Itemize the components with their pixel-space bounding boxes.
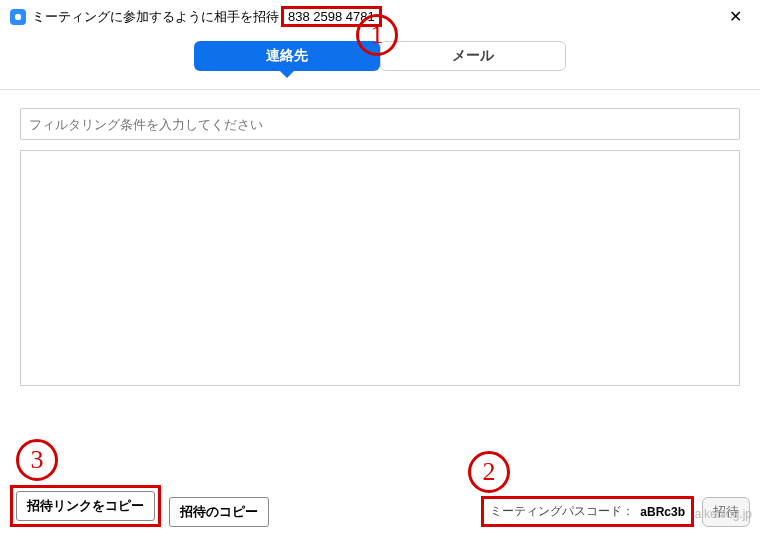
contacts-list[interactable] xyxy=(20,150,740,386)
copy-link-button[interactable]: 招待リンクをコピー xyxy=(16,491,155,521)
annotation-2: 2 xyxy=(468,451,510,493)
invite-button[interactable]: 招待 xyxy=(702,497,750,527)
close-button[interactable]: ✕ xyxy=(721,7,750,26)
filter-area xyxy=(0,90,760,140)
copy-link-highlight: 招待リンクをコピー xyxy=(10,485,161,527)
passcode-label: ミーティングパスコード： xyxy=(490,503,634,520)
tab-mail[interactable]: メール xyxy=(380,41,566,71)
annotation-1: 1 xyxy=(356,14,398,56)
app-icon xyxy=(10,9,26,25)
passcode-highlight: ミーティングパスコード： aBRc3b xyxy=(481,496,694,527)
footer: 招待リンクをコピー 招待のコピー ミーティングパスコード： aBRc3b 招待 xyxy=(0,477,760,535)
tab-contacts[interactable]: 連絡先 xyxy=(194,41,380,71)
passcode-value: aBRc3b xyxy=(640,505,685,519)
copy-invite-button[interactable]: 招待のコピー xyxy=(169,497,269,527)
title-text: ミーティングに参加するように相手を招待 xyxy=(32,8,279,26)
filter-input[interactable] xyxy=(20,108,740,140)
annotation-3: 3 xyxy=(16,439,58,481)
